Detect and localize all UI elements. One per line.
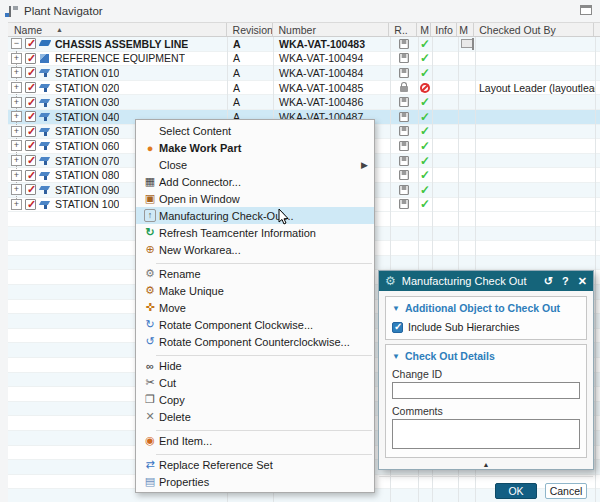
checkbox-label: Include Sub Hierarchies — [408, 321, 519, 333]
row-checkbox[interactable] — [25, 140, 36, 151]
menu-item-label: End Item... — [159, 435, 368, 447]
column-header-checked-out-by[interactable]: Checked Out By — [474, 23, 594, 36]
node-name: STATION 050 — [55, 125, 119, 137]
section-header-additional-object[interactable]: ▼ Additional Object to Check Out — [392, 302, 580, 314]
tree-expander[interactable]: + — [11, 140, 22, 151]
tree-expander[interactable]: + — [11, 111, 22, 122]
menu-item[interactable]: Replace Reference Set — [136, 456, 374, 473]
section-header-check-out-details[interactable]: ▼ Check Out Details — [392, 350, 580, 362]
menu-item[interactable]: Cut — [136, 374, 374, 391]
tree-expander[interactable]: + — [11, 82, 22, 93]
tree-expander[interactable]: + — [11, 184, 22, 195]
row-checkbox[interactable] — [25, 170, 36, 181]
menu-item[interactable]: New Workarea... — [136, 241, 374, 258]
menu-item[interactable]: Move — [136, 299, 374, 316]
menu-item[interactable]: Select Content — [136, 122, 374, 139]
row-checkbox[interactable] — [25, 53, 36, 64]
menu-item-icon — [141, 267, 159, 281]
menu-item[interactable]: Hide — [136, 357, 374, 374]
dialog-close-icon[interactable]: ✕ — [578, 275, 587, 288]
tree-expander[interactable]: − — [11, 38, 22, 49]
menu-item[interactable]: Rotate Component Clockwise... — [136, 316, 374, 333]
dialog-reset-icon[interactable]: ↺ — [544, 275, 553, 288]
include-sub-hierarchies-row[interactable]: Include Sub Hierarchies — [392, 321, 580, 333]
row-checkbox[interactable] — [25, 97, 36, 108]
menu-item[interactable]: Refresh Teamcenter Information — [136, 224, 374, 241]
restore-window-icon[interactable] — [580, 5, 592, 15]
include-sub-hierarchies-checkbox[interactable] — [392, 322, 403, 333]
menu-item[interactable]: Manufacturing Check-Out... — [136, 207, 374, 224]
row-checkbox[interactable] — [25, 82, 36, 93]
comments-input[interactable] — [392, 419, 580, 449]
row-checkbox[interactable] — [25, 155, 36, 166]
column-header-number[interactable]: Number — [273, 23, 390, 36]
menu-item-icon — [141, 318, 159, 332]
menu-item-label: Make Unique — [159, 285, 368, 297]
ok-button[interactable]: OK — [495, 483, 537, 499]
menu-item[interactable]: Make Work Part — [136, 139, 374, 156]
dialog-button-row: OK Cancel — [379, 476, 593, 499]
row-checkbox[interactable] — [25, 67, 36, 78]
table-row[interactable]: − CHASSIS ASSEMBLY LINE A WKA-VAT-100483 — [8, 37, 600, 52]
column-header-revision[interactable]: Revision — [227, 23, 273, 36]
cancel-button[interactable]: Cancel — [545, 483, 587, 499]
read-only-status-icon — [399, 126, 409, 136]
menu-item[interactable]: Open in Window — [136, 190, 374, 207]
row-checkbox[interactable] — [25, 111, 36, 122]
tree-expander[interactable]: + — [11, 67, 22, 78]
menu-item[interactable] — [136, 425, 374, 432]
tree-expander[interactable]: + — [11, 126, 22, 137]
menu-item[interactable] — [136, 350, 374, 357]
modified-status-icon — [420, 125, 430, 139]
m2-status-icon — [461, 39, 473, 48]
menu-item-label: Open in Window — [159, 193, 368, 205]
tree-expander[interactable]: + — [11, 155, 22, 166]
table-row[interactable]: + STATION 030 A WKA-VAT-100486 — [8, 95, 600, 110]
column-header-read-only[interactable]: R.. — [389, 23, 417, 36]
table-row[interactable]: + STATION 010 A WKA-VAT-100484 — [8, 66, 600, 81]
column-header-m2[interactable]: M — [457, 23, 474, 36]
menu-item[interactable]: Make Unique — [136, 282, 374, 299]
menu-item-label: Delete — [159, 411, 368, 423]
tail-cell — [595, 37, 600, 51]
menu-item[interactable]: Close ▶ — [136, 156, 374, 173]
menu-item[interactable]: End Item... — [136, 432, 374, 449]
menu-item[interactable]: Properties — [136, 473, 374, 490]
row-checkbox[interactable] — [25, 38, 36, 49]
dialog-titlebar[interactable]: ⚙ Manufacturing Check Out ↺ ? ✕ — [379, 271, 593, 291]
tree-expander[interactable]: + — [11, 199, 22, 210]
modified-status-icon — [420, 66, 430, 80]
column-header-info[interactable]: Info — [431, 23, 457, 36]
menu-item-label: Rotate Component Clockwise... — [159, 319, 368, 331]
menu-item-label: Manufacturing Check-Out... — [159, 210, 368, 222]
modified-status-icon — [420, 95, 430, 109]
menu-item[interactable]: Delete — [136, 408, 374, 425]
node-name: STATION 090 — [55, 184, 119, 196]
dialog-collapse-handle[interactable]: ▲ — [385, 461, 587, 472]
menu-item[interactable]: Rename — [136, 265, 374, 282]
table-row[interactable]: + REFERENCE EQUIPMENT A WKA-VAT-100494 — [8, 52, 600, 67]
column-header-modified[interactable]: M — [417, 23, 431, 36]
checked-out-by-cell — [475, 125, 595, 139]
dialog-help-icon[interactable]: ? — [562, 275, 569, 287]
info-cell — [432, 139, 458, 153]
column-header-name[interactable]: Name ▲ — [8, 23, 227, 36]
menu-item[interactable] — [136, 258, 374, 265]
row-checkbox[interactable] — [25, 126, 36, 137]
menu-item[interactable] — [136, 449, 374, 456]
row-checkbox[interactable] — [25, 199, 36, 210]
table-row[interactable]: + STATION 020 A WKA-VAT-100485 Layout Le… — [8, 81, 600, 96]
node-name: STATION 070 — [55, 155, 119, 167]
part-type-icon — [39, 170, 52, 181]
menu-item[interactable]: Add Connector... — [136, 173, 374, 190]
tree-expander[interactable]: + — [11, 53, 22, 64]
change-id-input[interactable] — [392, 382, 580, 399]
number-cell: WKA-VAT-100483 — [273, 37, 390, 51]
menu-item[interactable]: Rotate Component Counterclockwise... — [136, 333, 374, 350]
tree-expander[interactable]: + — [11, 97, 22, 108]
row-checkbox[interactable] — [25, 184, 36, 195]
menu-item[interactable]: Copy — [136, 391, 374, 408]
tree-expander[interactable]: + — [11, 170, 22, 181]
number-cell: WKA-VAT-100494 — [273, 52, 390, 66]
read-only-status-icon — [399, 68, 409, 78]
